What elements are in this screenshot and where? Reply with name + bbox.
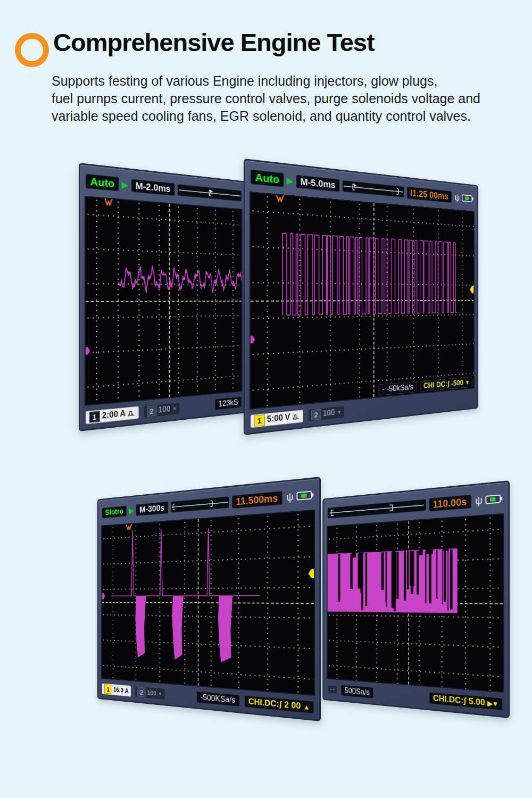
run-arrow-icon: ▶ (122, 180, 128, 190)
channel1-badge: 1 (104, 684, 112, 694)
channel1-scale: 5:00 (267, 413, 283, 425)
channel2-readout: 2 100 ▼ (143, 402, 180, 418)
mode-label: Auto (255, 171, 280, 185)
oscilloscope-screen-1: Auto ▶ M-2.0ms 1 2:00 A 2 100 ▼ (79, 163, 247, 431)
sample-rate-box: 500Sa/s (341, 685, 373, 699)
trigger-position-bar-icon (342, 182, 404, 196)
timebase-box: M-2.0ms (131, 179, 174, 196)
mode-label: Auto (90, 175, 115, 189)
trigger-position-bar-icon (328, 501, 426, 517)
trigger-position-marker-icon (276, 194, 285, 203)
usb-icon: ψ (475, 495, 482, 506)
scope-display (85, 196, 243, 406)
waveform-pwm (251, 193, 474, 409)
trigger-position-bar-icon (177, 186, 242, 200)
description-line: Supports festing of various Engine inclu… (52, 72, 480, 90)
trigger-info: CHI.DC:ʃ 5.00 ▶▼ (433, 693, 498, 709)
trigger-time: I1.25 00ms (410, 187, 448, 201)
probe-coupling-icon (292, 413, 300, 420)
run-arrow-icon: ▶ (129, 506, 134, 514)
channel2-scale: 100 (159, 404, 171, 414)
trigger-time-box: 110.00s (429, 494, 471, 511)
trigger-position-bar (177, 184, 242, 202)
waveform-pwm-solid (328, 514, 503, 692)
channel2-badge: 2 (147, 405, 156, 417)
oscilloscope-screen-3: Sfotro ▶ M-300s 11.500ms ψ 1 16.0 A 2 (97, 477, 321, 721)
sample-rate: 500Sa/s (345, 686, 370, 697)
trigger-position-marker-icon (104, 198, 113, 206)
trigger-time: 110.00s (433, 496, 467, 510)
trigger-info: CHI.DC:ʃ 2 00 ▲ (248, 696, 310, 712)
channel1-unit: V (285, 412, 290, 422)
trigger-time-box: 11.500ms (232, 491, 282, 509)
trigger-position-marker-icon (126, 523, 132, 531)
channel2-badge: 2 (138, 687, 146, 697)
channel-readout-fragment: - - (328, 685, 337, 694)
usb-icon: ψ (454, 193, 460, 202)
oscilloscope-screen-2: Auto ▶ M-5.0ms I1.25 00ms ψ - -50kSa/s C… (244, 159, 478, 435)
sample-rate-box: -500KSa/s (197, 691, 240, 706)
timebase-box: M-300s (136, 501, 168, 516)
acquisition-mode-box: Sfotro (102, 506, 127, 519)
trigger-info-arrow-icon: ▲ (303, 703, 309, 711)
trigger-position-bar-icon (171, 498, 229, 511)
trigger-time: 11.500ms (236, 492, 278, 507)
channel2-readout: 2 100 ▼ (308, 405, 345, 421)
timebase-box: M-5.0ms (296, 174, 339, 192)
page-description: Supports festing of various Engine inclu… (52, 72, 480, 125)
oscilloscope-screen-4: 110.00s ψ - - 500Sa/s CHI.DC:ʃ 5.00 ▶▼ (322, 480, 510, 718)
trigger-position-bar (171, 496, 229, 513)
acquisition-mode-box: Auto (86, 173, 119, 191)
scope-display (327, 513, 504, 693)
trigger-info-box: CHI.DC:ʃ 2 00 ▲ (244, 695, 314, 714)
probe-coupling-icon (128, 410, 135, 416)
sample-rate-box: 123kS (215, 396, 242, 410)
channel2-arrow-icon: ▼ (158, 691, 162, 696)
channel2-scale: 100 (147, 689, 156, 697)
description-line: variable speed cooling fans, EGR solenoi… (52, 107, 480, 125)
channel1-readout: 1 5:00 V (251, 410, 303, 428)
battery-icon (296, 490, 314, 501)
trigger-info-box: CHI.DC:ʃ 5.00 ▶▼ (429, 692, 503, 711)
scope-display (101, 510, 315, 696)
channel2-readout: 2 100 ▼ (135, 686, 165, 700)
waveform-injector (102, 511, 314, 695)
channel1-unit: A (125, 687, 129, 694)
timebase-label: M-5.0ms (301, 176, 336, 190)
description-line: fuel purnps current, pressure control va… (52, 90, 480, 107)
channel1-unit: A (120, 409, 126, 419)
channel1-readout: 1 2:00 A (86, 406, 139, 424)
scope-display: - -50kSa/s CHI DC:ʃ -500 ▼ (250, 192, 475, 410)
trigger-position-bar (342, 180, 404, 197)
channel2-arrow-icon: ▼ (172, 405, 177, 412)
channel2-scale: 100 (323, 408, 335, 418)
battery-icon (485, 494, 503, 505)
sample-rate: - -50kSa/s (383, 383, 413, 394)
trigger-info-arrow-icon: ▼ (465, 379, 469, 386)
channel2-badge: 2 (311, 409, 321, 420)
channel1-badge: 1 (254, 414, 265, 427)
channel2-arrow-icon: ▼ (337, 409, 342, 415)
trigger-info-arrow-icon: ▶▼ (487, 699, 498, 708)
waveform-ripple (86, 197, 242, 405)
timebase-label: M-300s (139, 503, 164, 514)
mode-label: Sfotro (105, 507, 123, 517)
page: Comprehensive Engine Test Supports festi… (0, 0, 532, 798)
usb-icon: ψ (286, 492, 293, 503)
acquisition-mode-box: Auto (251, 169, 284, 187)
run-arrow-icon: ▶ (287, 176, 293, 186)
sample-rate: 123kS (219, 397, 238, 408)
trigger-position-bar (328, 499, 426, 519)
timebase-label: M-2.0ms (136, 180, 171, 194)
battery-icon (462, 194, 473, 203)
channel1-badge: 1 (89, 411, 100, 423)
sample-rate: -500KSa/s (201, 693, 236, 705)
trigger-time-box: I1.25 00ms (406, 186, 452, 203)
channel1-scale: 2:00 (102, 410, 118, 421)
channel1-readout: 1 16.0 A (102, 683, 131, 697)
page-title: Comprehensive Engine Test (53, 28, 375, 57)
bullet-ring-icon (15, 33, 49, 67)
channel1-scale: 16.0 (113, 686, 123, 694)
